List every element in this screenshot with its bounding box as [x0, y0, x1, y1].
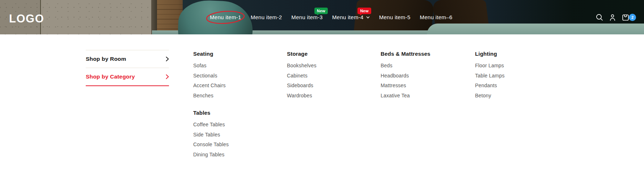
category-section-beds-mattresses: Beds & Mattresses Beds Headboards Mattre… [381, 51, 460, 101]
nav-menu-item-1[interactable]: Menu item-1 [210, 14, 241, 20]
hero-photo-wall-edge [151, 0, 157, 34]
category-link-bookshelves[interactable]: Bookshelves [287, 61, 367, 71]
category-heading-tables[interactable]: Tables [193, 110, 273, 115]
chevron-right-icon [166, 56, 169, 62]
main-nav: Menu item-1 Menu item-2 Menu item-3 New … [210, 0, 452, 34]
category-link-console-tables[interactable]: Console Tables [193, 140, 273, 150]
side-nav-label: Shop by Category [86, 73, 135, 80]
nav-menu-item-4-label: Menu item-4 [332, 14, 364, 20]
category-link-laxative-tea[interactable]: Laxative Tea [381, 91, 460, 101]
category-heading-storage[interactable]: Storage [287, 51, 367, 56]
category-link-betony[interactable]: Betony [475, 91, 555, 101]
nav-menu-item-6-label: Menu item–6 [420, 14, 452, 20]
mega-menu-side-nav: Shop by Room Shop by Category [86, 50, 169, 86]
header-icon-group: 2 [595, 0, 636, 34]
category-section-storage: Storage Bookshelves Cabinets Sideboards … [287, 51, 367, 101]
new-badge-green: New [314, 8, 328, 14]
nav-menu-item-1-label: Menu item-1 [210, 14, 241, 20]
category-section-seating: Seating Sofas Sectionals Accent Chairs B… [193, 51, 273, 101]
category-link-benches[interactable]: Benches [193, 91, 273, 101]
category-link-mattresses[interactable]: Mattresses [381, 81, 460, 91]
category-link-table-lamps[interactable]: Table Lamps [475, 71, 555, 81]
category-link-accent-chairs[interactable]: Accent Chairs [193, 81, 273, 91]
nav-menu-item-6[interactable]: Menu item–6 [420, 14, 452, 20]
category-link-dining-tables[interactable]: Dining Tables [193, 150, 273, 160]
category-link-sofas[interactable]: Sofas [193, 61, 273, 71]
new-badge-red: New [357, 8, 371, 14]
cart-button[interactable]: 2 [621, 13, 636, 22]
category-section-lighting: Lighting Floor Lamps Table Lamps Pendant… [475, 51, 555, 101]
category-heading-lighting[interactable]: Lighting [475, 51, 555, 56]
chevron-right-icon [166, 74, 169, 79]
category-link-pendants[interactable]: Pendants [475, 81, 555, 91]
nav-menu-item-2-label: Menu item-2 [251, 14, 282, 20]
category-column-lighting: Lighting Floor Lamps Table Lamps Pendant… [475, 51, 555, 101]
category-heading-seating[interactable]: Seating [193, 51, 273, 56]
mega-menu-panel: Shop by Room Shop by Category Seating So… [0, 34, 644, 169]
nav-menu-item-4[interactable]: Menu item-4 New [332, 14, 370, 20]
category-link-sideboards[interactable]: Sideboards [287, 81, 367, 91]
category-heading-beds-mattresses[interactable]: Beds & Mattresses [381, 51, 460, 56]
site-logo[interactable]: LOGO [9, 13, 44, 24]
cart-count-badge: 2 [629, 14, 636, 21]
nav-menu-item-2[interactable]: Menu item-2 [251, 14, 282, 20]
nav-menu-item-3[interactable]: Menu item-3 New [291, 14, 323, 20]
category-link-wardrobes[interactable]: Wardrobes [287, 91, 367, 101]
account-icon[interactable] [608, 13, 617, 22]
nav-menu-item-5-label: Menu item-5 [379, 14, 411, 20]
category-link-cabinets[interactable]: Cabinets [287, 71, 367, 81]
category-column-storage: Storage Bookshelves Cabinets Sideboards … [287, 51, 367, 101]
side-nav-shop-by-room[interactable]: Shop by Room [86, 50, 169, 68]
page: LOGO Menu item-1 Menu item-2 Menu item-3… [0, 0, 644, 169]
category-column-seating-tables: Seating Sofas Sectionals Accent Chairs B… [193, 51, 273, 160]
category-link-floor-lamps[interactable]: Floor Lamps [475, 61, 555, 71]
category-column-beds-mattresses: Beds & Mattresses Beds Headboards Mattre… [381, 51, 460, 101]
search-icon[interactable] [595, 13, 604, 22]
category-link-side-tables[interactable]: Side Tables [193, 130, 273, 140]
nav-menu-item-5[interactable]: Menu item-5 [379, 14, 411, 20]
category-section-tables: Tables Coffee Tables Side Tables Console… [193, 110, 273, 160]
chevron-down-icon [366, 16, 370, 19]
side-nav-label: Shop by Room [86, 56, 126, 62]
category-link-coffee-tables[interactable]: Coffee Tables [193, 120, 273, 130]
category-link-headboards[interactable]: Headboards [381, 71, 460, 81]
category-link-beds[interactable]: Beds [381, 61, 460, 71]
category-link-sectionals[interactable]: Sectionals [193, 71, 273, 81]
side-nav-shop-by-category[interactable]: Shop by Category [86, 68, 169, 86]
